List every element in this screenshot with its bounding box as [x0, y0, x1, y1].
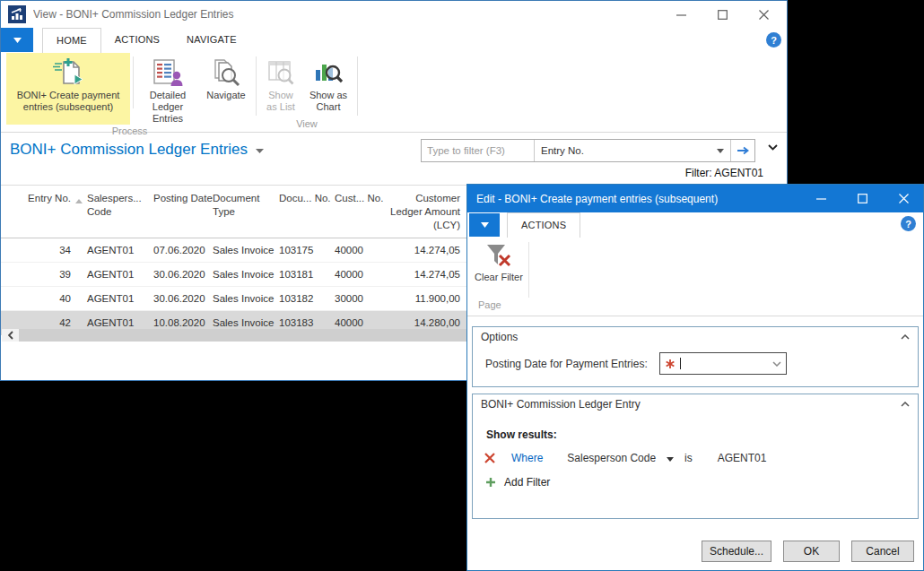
cell-document-type: Sales Invoice [213, 245, 279, 255]
chevron-down-icon [717, 149, 724, 153]
cell-salesperson: AGENT01 [87, 317, 153, 328]
ribbon-group-label-page: Page [478, 298, 501, 313]
tab-home[interactable]: HOME [42, 28, 101, 53]
dialog-ribbon: Clear Filter Page [467, 238, 923, 316]
create-payment-icon [52, 56, 84, 90]
cell-salesperson: AGENT01 [87, 293, 153, 304]
dialog-ribbon-tab-row: ACTIONS ? [467, 212, 923, 238]
apply-filter-button[interactable] [731, 140, 754, 161]
cell-posting-date: 30.06.2020 [153, 269, 213, 280]
cell-document-type: Sales Invoice [213, 317, 279, 328]
dialog-footer: Schedule... OK Cancel [702, 541, 914, 562]
add-filter-label: Add Filter [504, 476, 550, 489]
ribbon: BONI+ Create payment entries (subsequent… [1, 53, 787, 133]
expand-chevron-icon[interactable] [768, 144, 778, 151]
filter-column-value: Entry No. [541, 145, 584, 156]
filter-value[interactable]: AGENT01 [718, 452, 767, 464]
plus-icon [485, 477, 496, 488]
ribbon-separator [133, 56, 134, 108]
ribbon-group-process: BONI+ Create payment entries (subsequent… [6, 53, 253, 132]
chevron-down-icon[interactable] [667, 457, 674, 462]
show-as-list-button[interactable]: Show as List [259, 53, 302, 117]
main-titlebar: View - BONI+ Commission Ledger Entries [1, 1, 787, 28]
ribbon-group-label-view: View [259, 117, 354, 132]
ribbon-separator [357, 56, 358, 116]
ribbon-group-view: Show as List Show as Char [259, 53, 354, 132]
add-filter-button[interactable]: Add Filter [485, 476, 550, 489]
minimize-icon[interactable] [814, 192, 828, 206]
main-window-controls [674, 7, 780, 22]
page-title-caret-icon[interactable] [256, 149, 264, 153]
remove-filter-icon[interactable] [484, 453, 495, 463]
scroll-left-icon[interactable] [2, 329, 19, 342]
application-menu-button[interactable] [1, 28, 33, 52]
dialog-title: Edit - BONI+ Create payment entries (sub… [476, 193, 814, 205]
column-header-posting-date[interactable]: Posting Date [153, 192, 213, 205]
column-header-document-type[interactable]: Document Type [213, 192, 279, 219]
text-cursor [680, 358, 681, 369]
create-payment-entries-button[interactable]: BONI+ Create payment entries (subsequent… [6, 53, 130, 125]
application-menu-button[interactable] [469, 213, 500, 237]
window-title: View - BONI+ Commission Ledger Entries [33, 8, 674, 21]
filter-bar: Entry No. [421, 139, 755, 162]
filter-field-select[interactable]: Salesperson Code [567, 452, 656, 464]
options-section-header[interactable]: Options [473, 327, 918, 346]
cell-document-type: Sales Invoice [213, 293, 279, 304]
tab-navigate[interactable]: NAVIGATE [173, 28, 250, 53]
close-icon[interactable] [896, 192, 911, 206]
cell-document-no: 103175 [279, 245, 335, 255]
ribbon-separator [256, 56, 257, 116]
cell-document-no: 103181 [279, 269, 335, 280]
ledger-entry-filter-section: BONI+ Commission Ledger Entry Show resul… [472, 394, 919, 519]
dialog-window-controls [814, 192, 914, 206]
cancel-button[interactable]: Cancel [851, 541, 914, 562]
detailed-ledger-icon [153, 56, 183, 90]
tab-actions[interactable]: ACTIONS [101, 28, 173, 53]
clear-filter-button[interactable]: Clear Filter [475, 241, 523, 283]
minimize-icon[interactable] [674, 7, 688, 22]
detailed-ledger-label: Detailed Ledger Entries [140, 90, 196, 125]
column-header-entry-no[interactable]: Entry No. [26, 192, 71, 205]
posting-date-input[interactable] [659, 352, 787, 375]
ok-button[interactable]: OK [783, 541, 840, 562]
create-payment-label: BONI+ Create payment entries (subsequent… [10, 90, 126, 113]
cell-spacer [71, 298, 87, 300]
column-header-document-no[interactable]: Docu... No. [279, 192, 335, 205]
column-header-salesperson-code[interactable]: Salespers... Code [87, 192, 153, 219]
entity-section-header[interactable]: BONI+ Commission Ledger Entry [473, 394, 918, 413]
column-header-customer-no[interactable]: Cust... No. [335, 192, 387, 205]
maximize-icon[interactable] [855, 192, 869, 206]
desktop: View - BONI+ Commission Ledger Entries H… [0, 0, 924, 571]
clear-filter-label: Clear Filter [475, 272, 523, 283]
dialog-ribbon-tabs: ACTIONS [507, 212, 923, 238]
schedule-button[interactable]: Schedule... [702, 541, 771, 562]
posting-date-label: Posting Date for Payment Entries: [485, 358, 648, 370]
cell-entry-no: 42 [26, 317, 71, 328]
show-as-chart-icon [314, 56, 343, 90]
cell-entry-no: 34 [26, 245, 71, 255]
help-icon[interactable]: ? [766, 32, 781, 48]
detailed-ledger-entries-button[interactable]: Detailed Ledger Entries [136, 53, 199, 125]
cell-document-no: 103183 [279, 317, 335, 328]
filter-column-select[interactable]: Entry No. [535, 140, 730, 161]
collapse-chevron-icon[interactable] [901, 334, 910, 340]
maximize-icon[interactable] [715, 7, 729, 22]
cell-document-type: Sales Invoice [213, 269, 279, 280]
filter-operator: is [684, 452, 693, 464]
options-header-label: Options [481, 331, 518, 343]
show-results-label: Show results: [486, 428, 557, 441]
show-as-chart-button[interactable]: Show as Chart [302, 53, 354, 117]
app-logo-icon [8, 5, 26, 23]
column-header-amount-lcy[interactable]: Customer Ledger Amount (LCY) [387, 192, 460, 232]
collapse-chevron-icon[interactable] [901, 402, 910, 407]
navigate-button[interactable]: Navigate [199, 53, 253, 125]
cell-spacer [71, 322, 87, 324]
clear-filter-icon [485, 241, 512, 272]
close-icon[interactable] [756, 7, 771, 22]
search-input[interactable] [422, 140, 534, 161]
cell-posting-date: 10.08.2020 [153, 317, 213, 328]
help-icon[interactable]: ? [901, 216, 916, 231]
chevron-down-icon[interactable] [772, 361, 781, 367]
tab-actions[interactable]: ACTIONS [507, 212, 580, 238]
where-link[interactable]: Where [511, 452, 543, 464]
